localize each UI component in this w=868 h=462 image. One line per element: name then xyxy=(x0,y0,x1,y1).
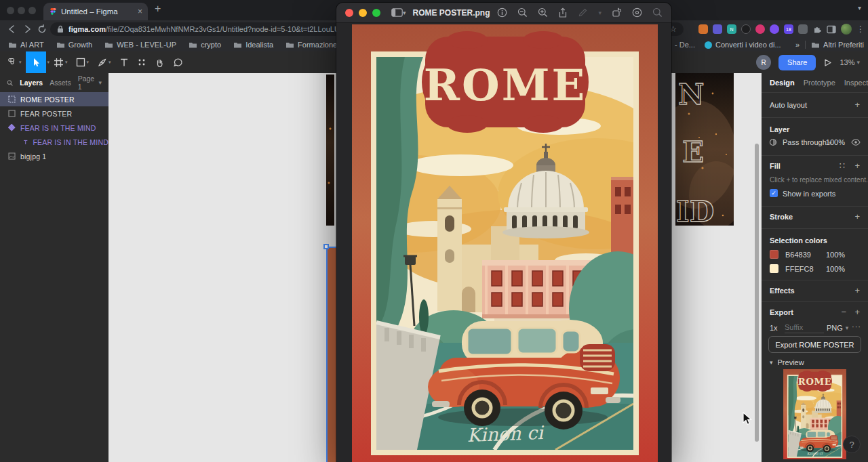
export-suffix-input[interactable] xyxy=(785,322,824,333)
new-tab-button[interactable]: + xyxy=(155,3,161,15)
share-button[interactable]: Share xyxy=(778,55,816,70)
bookmark-item[interactable]: Converti i video di... xyxy=(705,41,781,49)
user-avatar[interactable]: R xyxy=(756,55,771,70)
bookmark-item[interactable]: WEB - LEVEL-UP xyxy=(104,41,176,49)
layer-opacity-field[interactable]: 100% xyxy=(826,138,845,146)
shape-tool[interactable]: ▾ xyxy=(72,51,94,73)
fear-poster-right-portion[interactable]: N E ID xyxy=(675,73,734,226)
fill-add-button[interactable]: + xyxy=(854,161,860,171)
search-icon[interactable] xyxy=(652,7,663,18)
figma-main-menu[interactable]: ▾ xyxy=(3,51,26,73)
stroke-add-button[interactable]: + xyxy=(854,211,860,222)
window-minimize-button[interactable] xyxy=(18,7,25,14)
zoom-in-icon[interactable] xyxy=(538,7,548,18)
export-options-icon[interactable]: ··· xyxy=(852,322,861,331)
canvas-scrollbar[interactable] xyxy=(755,144,759,442)
tab-inspect[interactable]: Inspect xyxy=(844,79,868,87)
extension-gray-icon[interactable] xyxy=(798,24,808,34)
bookmark-item[interactable]: Growth xyxy=(56,41,92,49)
forward-icon[interactable] xyxy=(22,24,33,35)
visibility-eye-icon[interactable] xyxy=(851,139,861,146)
preview-window-titlebar[interactable]: ▾ ROME POSTER.png xyxy=(336,3,671,23)
frame-tool[interactable]: ▾ xyxy=(50,51,72,73)
reload-icon[interactable] xyxy=(37,24,47,35)
bookmarks-overflow-icon[interactable]: » xyxy=(795,41,800,49)
hand-tool[interactable] xyxy=(151,51,169,73)
extension-notion-icon[interactable]: N xyxy=(727,24,736,34)
rome-poster-left-edge[interactable] xyxy=(328,247,336,462)
text-tool[interactable] xyxy=(115,51,133,73)
tab-search-chevron-icon[interactable]: ▾ xyxy=(858,4,861,12)
resources-tool[interactable] xyxy=(133,51,151,73)
layer-row-fear-poster[interactable]: FEAR POSTER xyxy=(0,106,108,121)
bookmark-item[interactable]: - De... xyxy=(675,41,695,49)
export-remove-button[interactable]: − xyxy=(841,307,846,317)
preview-section-header[interactable]: ▾ Preview xyxy=(770,358,804,366)
zoom-level[interactable]: 13% ▾ xyxy=(840,58,860,66)
bookmark-item[interactable]: AI ART xyxy=(8,41,44,49)
blend-mode-icon[interactable] xyxy=(769,138,777,146)
sidebar-toggle-icon[interactable] xyxy=(391,8,403,17)
color-hex[interactable]: B64839 xyxy=(785,251,811,259)
chevron-down-icon[interactable]: ▾ xyxy=(598,9,601,16)
extension-dark-circle-icon[interactable] xyxy=(741,24,751,34)
preview-close-button[interactable] xyxy=(345,9,353,17)
extensions-puzzle-icon[interactable] xyxy=(812,24,822,34)
chevron-down-icon[interactable]: ▾ xyxy=(403,9,406,16)
tab-close-icon[interactable]: × xyxy=(138,7,142,16)
layer-row-component[interactable]: FEAR IS IN THE MIND xyxy=(0,121,108,135)
bookmark-item[interactable]: Idealista xyxy=(233,41,273,49)
layer-row-text[interactable]: FEAR IS IN THE MIND xyxy=(0,135,108,149)
tab-design[interactable]: Design xyxy=(770,79,795,87)
zoom-out-icon[interactable] xyxy=(517,7,528,18)
page-selector[interactable]: Page 1 ▾ xyxy=(78,75,102,91)
effects-add-button[interactable]: + xyxy=(854,285,860,295)
color-opacity[interactable]: 100% xyxy=(826,251,845,259)
browser-tab[interactable]: Untitled – Figma × xyxy=(43,3,148,20)
color-swatch[interactable] xyxy=(770,264,778,273)
preview-window[interactable]: ▾ ROME POSTER.png xyxy=(336,3,671,462)
tab-assets[interactable]: Assets xyxy=(50,79,71,87)
layer-row-image[interactable]: bigjpg 1 xyxy=(0,149,108,163)
share-icon[interactable] xyxy=(558,7,568,18)
extension-key-icon[interactable] xyxy=(755,24,765,34)
extension-badge-icon[interactable]: 18 xyxy=(784,24,793,34)
export-rome-poster-button[interactable]: Export ROME POSTER xyxy=(768,336,861,353)
fill-styles-icon[interactable]: ∷ xyxy=(840,161,845,171)
extension-orange-icon[interactable] xyxy=(698,24,708,34)
help-button[interactable]: ? xyxy=(843,436,861,453)
pen-tool[interactable]: ▾ xyxy=(93,51,115,73)
preview-zoom-button[interactable] xyxy=(372,9,380,17)
color-opacity[interactable]: 100% xyxy=(826,265,845,273)
window-zoom-button[interactable] xyxy=(28,7,36,14)
color-hex[interactable]: FFEFC8 xyxy=(785,265,814,273)
rome-poster-image[interactable] xyxy=(352,24,658,462)
tab-layers[interactable]: Layers xyxy=(20,79,43,87)
other-bookmarks[interactable]: Altri Preferiti xyxy=(811,41,864,49)
info-icon[interactable] xyxy=(497,7,507,18)
back-icon[interactable] xyxy=(7,24,18,35)
color-swatch[interactable] xyxy=(770,250,778,259)
window-close-button[interactable] xyxy=(7,7,14,14)
rotate-icon[interactable] xyxy=(612,7,622,18)
show-in-exports-checkbox[interactable]: ✓ xyxy=(770,189,778,197)
export-add-button[interactable]: + xyxy=(854,307,860,317)
selection-handle[interactable] xyxy=(323,244,329,249)
bookmark-item[interactable]: crypto xyxy=(189,41,221,49)
blend-mode-select[interactable]: Pass through ▾ xyxy=(783,138,831,146)
profile-avatar[interactable] xyxy=(841,24,852,35)
search-icon[interactable] xyxy=(7,79,13,87)
tab-prototype[interactable]: Prototype xyxy=(804,79,835,87)
extension-indigo-icon[interactable] xyxy=(713,24,722,34)
present-icon[interactable] xyxy=(823,58,832,67)
browser-menu-icon[interactable]: ⋮ xyxy=(856,24,865,34)
annotate-icon[interactable] xyxy=(632,7,642,18)
extension-eye-icon[interactable] xyxy=(770,24,779,34)
preview-minimize-button[interactable] xyxy=(359,9,367,17)
bookmark-item[interactable]: Formazione xyxy=(285,41,337,49)
markup-pencil-icon[interactable] xyxy=(578,7,588,18)
export-scale[interactable]: 1x xyxy=(770,324,778,332)
move-tool[interactable] xyxy=(26,51,46,73)
export-format-select[interactable]: PNG ▾ xyxy=(827,324,848,332)
auto-layout-add-button[interactable]: + xyxy=(854,100,860,110)
